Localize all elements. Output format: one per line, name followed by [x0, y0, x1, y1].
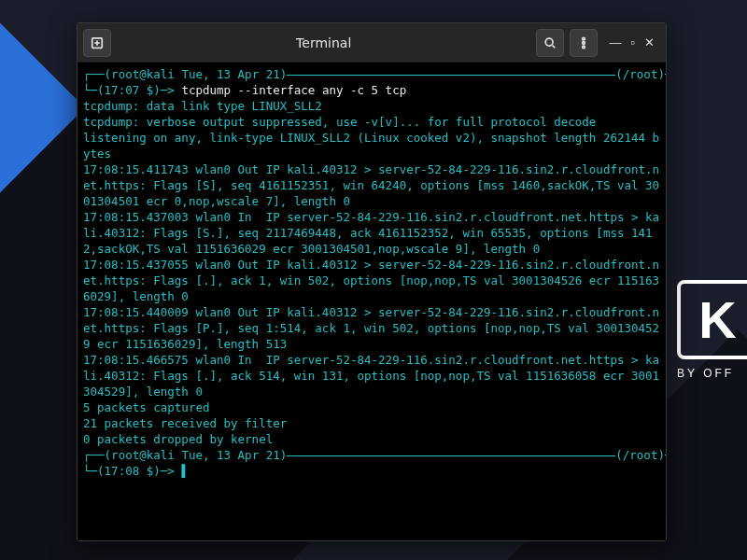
output-line: 0 packets dropped by kernel: [83, 432, 273, 446]
svg-point-7: [583, 46, 585, 49]
prompt-bottom-line-1: └─(17:07 $)─>: [83, 83, 181, 97]
window-titlebar[interactable]: Terminal — ▫ ✕: [78, 23, 666, 63]
desktop-distro-badge: K BY OFF: [677, 280, 747, 380]
minimize-button[interactable]: —: [609, 35, 621, 49]
badge-box: K: [677, 280, 747, 359]
output-line: 5 packets captured: [83, 400, 209, 414]
svg-point-5: [583, 37, 585, 40]
search-icon: [543, 36, 557, 49]
svg-line-4: [553, 45, 556, 48]
prompt-top-line-2: ┌──(root@kali Tue, 13 Apr 21)(/root)─┐: [83, 448, 666, 462]
kebab-icon: [577, 36, 590, 49]
output-line: 17:08:15.411743 wlan0 Out IP kali.40312 …: [83, 162, 659, 208]
svg-point-3: [546, 38, 554, 46]
new-tab-icon: [91, 36, 104, 49]
new-tab-button[interactable]: [83, 29, 111, 57]
badge-letter: K: [698, 289, 734, 350]
svg-point-6: [583, 41, 585, 44]
terminal-body[interactable]: ┌──(root@kali Tue, 13 Apr 21)(/root)─┐ └…: [78, 63, 666, 540]
window-controls: — ▫ ✕: [603, 35, 660, 49]
output-line: 17:08:15.437055 wlan0 Out IP kali.40312 …: [83, 258, 659, 303]
output-line: 21 packets received by filter: [83, 416, 287, 430]
command-input-1: tcpdump --interface any -c 5 tcp: [181, 83, 406, 97]
close-button[interactable]: ✕: [644, 35, 655, 49]
menu-button[interactable]: [570, 29, 598, 57]
prompt-bottom-line-2: └─(17:08 $)─>: [83, 464, 181, 478]
search-button[interactable]: [536, 29, 564, 57]
badge-subtitle: BY OFF: [677, 367, 747, 380]
prompt-top-line-1: ┌──(root@kali Tue, 13 Apr 21)(/root)─┐: [83, 67, 666, 81]
output-line: tcpdump: data link type LINUX_SLL2: [83, 99, 322, 113]
output-line: 17:08:15.437003 wlan0 In IP server-52-84…: [83, 210, 659, 256]
maximize-button[interactable]: ▫: [630, 35, 635, 49]
output-line: tcpdump: verbose output suppressed, use …: [83, 115, 596, 129]
window-title: Terminal: [117, 35, 530, 50]
output-line: 17:08:15.466575 wlan0 In IP server-52-84…: [83, 353, 659, 399]
terminal-window: Terminal — ▫ ✕ ┌──(root@kali Tue, 13 Apr…: [77, 22, 667, 541]
cursor: ▌: [181, 464, 189, 478]
output-line: 17:08:15.440009 wlan0 Out IP kali.40312 …: [83, 305, 659, 351]
output-line: listening on any, link-type LINUX_SLL2 (…: [83, 131, 659, 161]
